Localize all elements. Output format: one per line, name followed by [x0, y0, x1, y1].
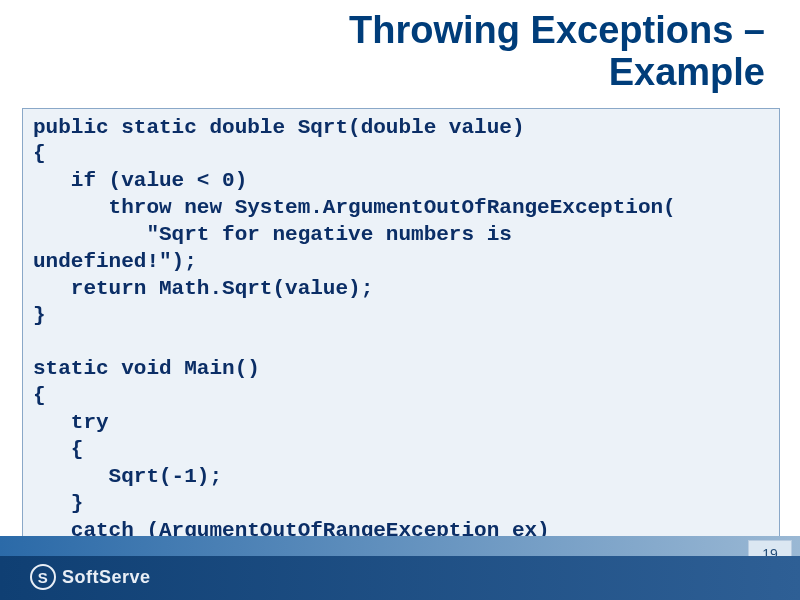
title-line-1: Throwing Exceptions – — [349, 9, 765, 51]
title-line-2: Example — [609, 51, 765, 93]
code-content: public static double Sqrt(double value) … — [33, 116, 676, 600]
footer-stripe-light: 19 — [0, 536, 800, 556]
footer-stripe-dark: SoftServe — [0, 556, 800, 600]
brand-name: SoftServe — [62, 567, 151, 588]
brand: SoftServe — [30, 564, 151, 590]
footer-bar: 19 SoftServe — [0, 536, 800, 600]
code-block: public static double Sqrt(double value) … — [22, 108, 780, 600]
brand-logo-icon — [30, 564, 56, 590]
slide-title: Throwing Exceptions – Example — [0, 0, 800, 104]
